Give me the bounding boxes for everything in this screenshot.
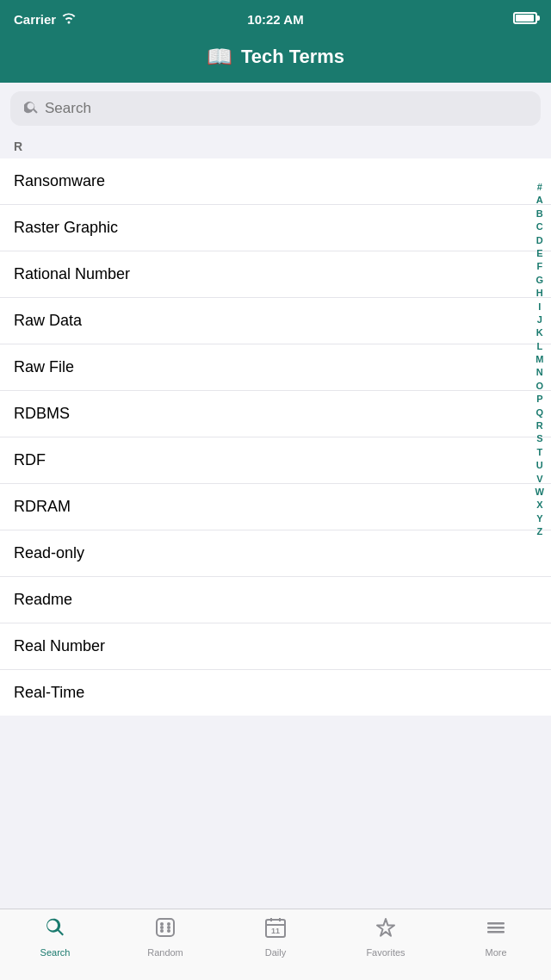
daily-tab-icon: 11 — [264, 916, 287, 944]
section-header-r: R — [0, 134, 551, 158]
wifi-icon — [61, 12, 77, 27]
status-bar-left: Carrier — [14, 12, 77, 27]
alpha-letter-a[interactable]: A — [533, 194, 547, 207]
list-item[interactable]: Ransomware — [0, 158, 551, 205]
svg-point-3 — [160, 929, 164, 933]
alpha-letter-n[interactable]: N — [533, 366, 547, 379]
tab-random[interactable]: Random — [110, 916, 220, 958]
svg-point-2 — [167, 922, 170, 926]
alpha-letter-b[interactable]: B — [533, 208, 547, 220]
battery-icon — [513, 12, 537, 27]
svg-point-4 — [167, 929, 170, 933]
more-tab-icon — [485, 916, 507, 944]
tab-more[interactable]: More — [441, 916, 551, 958]
favorites-tab-icon — [375, 916, 397, 944]
alpha-letter-u[interactable]: U — [533, 459, 547, 472]
svg-point-5 — [160, 926, 164, 929]
alpha-letter-w[interactable]: W — [532, 486, 548, 499]
alpha-letter-#[interactable]: # — [534, 181, 546, 194]
alpha-letter-i[interactable]: I — [535, 301, 544, 313]
search-container — [0, 83, 551, 134]
tab-daily[interactable]: 11 Daily — [220, 916, 331, 958]
search-tab-icon — [44, 916, 66, 944]
alpha-letter-z[interactable]: Z — [533, 525, 546, 538]
svg-rect-11 — [487, 931, 505, 933]
alpha-letter-y[interactable]: Y — [533, 512, 546, 525]
list-item[interactable]: Read-only — [0, 530, 551, 577]
list-item[interactable]: Real Number — [0, 623, 551, 670]
alpha-letter-f[interactable]: F — [533, 260, 546, 273]
svg-point-6 — [167, 926, 170, 929]
alpha-letter-h[interactable]: H — [533, 287, 547, 300]
alpha-letter-v[interactable]: V — [533, 473, 546, 486]
alpha-letter-k[interactable]: K — [533, 326, 547, 339]
alpha-letter-d[interactable]: D — [533, 234, 547, 247]
list-item[interactable]: Raster Graphic — [0, 205, 551, 251]
carrier-label: Carrier — [14, 12, 56, 27]
more-tab-label: More — [485, 947, 506, 958]
list-item[interactable]: Rational Number — [0, 251, 551, 298]
alpha-letter-p[interactable]: P — [533, 393, 546, 406]
status-bar-time: 10:22 AM — [247, 12, 303, 27]
alpha-letter-e[interactable]: E — [533, 247, 546, 260]
alpha-letter-s[interactable]: S — [533, 432, 546, 445]
alpha-letter-m[interactable]: M — [532, 353, 547, 366]
book-icon: 📖 — [207, 45, 232, 69]
status-bar: Carrier 10:22 AM — [0, 0, 551, 38]
search-icon — [24, 100, 38, 117]
list-item[interactable]: Raw File — [0, 344, 551, 391]
favorites-tab-label: Favorites — [366, 947, 405, 958]
alpha-letter-g[interactable]: G — [533, 274, 548, 287]
daily-tab-label: Daily — [265, 947, 286, 958]
alpha-letter-q[interactable]: Q — [533, 406, 548, 419]
list-item[interactable]: RDF — [0, 437, 551, 484]
search-input[interactable] — [45, 100, 527, 117]
alpha-letter-x[interactable]: X — [533, 499, 546, 512]
alpha-letter-r[interactable]: R — [533, 419, 547, 432]
tab-bar: Search Random 11 Daily — [0, 909, 551, 980]
app-title: Tech Terms — [241, 46, 344, 68]
list-item[interactable]: Readme — [0, 577, 551, 623]
tab-search[interactable]: Search — [0, 916, 110, 958]
terms-list: RansomwareRaster GraphicRational NumberR… — [0, 158, 551, 716]
random-tab-label: Random — [147, 947, 183, 958]
alpha-letter-c[interactable]: C — [533, 220, 547, 233]
svg-point-1 — [160, 922, 164, 926]
search-bar[interactable] — [10, 91, 541, 126]
alpha-letter-t[interactable]: T — [533, 446, 546, 459]
tab-favorites[interactable]: Favorites — [331, 916, 441, 958]
alpha-letter-o[interactable]: O — [533, 380, 548, 393]
list-item[interactable]: RDRAM — [0, 484, 551, 530]
svg-rect-0 — [157, 919, 174, 936]
search-tab-label: Search — [40, 947, 71, 958]
svg-rect-10 — [487, 927, 505, 929]
list-item[interactable]: Real-Time — [0, 670, 551, 716]
alpha-letter-l[interactable]: L — [533, 340, 546, 353]
svg-text:11: 11 — [271, 927, 280, 935]
list-item[interactable]: Raw Data — [0, 298, 551, 344]
random-tab-icon — [154, 916, 176, 944]
alpha-letter-j[interactable]: J — [534, 313, 546, 326]
app-header: 📖 Tech Terms — [0, 38, 551, 83]
alphabet-index[interactable]: #ABCDEFGHIJKLMNOPQRSTUVWXYZ — [532, 181, 548, 539]
svg-rect-9 — [487, 922, 505, 925]
list-item[interactable]: RDBMS — [0, 391, 551, 437]
